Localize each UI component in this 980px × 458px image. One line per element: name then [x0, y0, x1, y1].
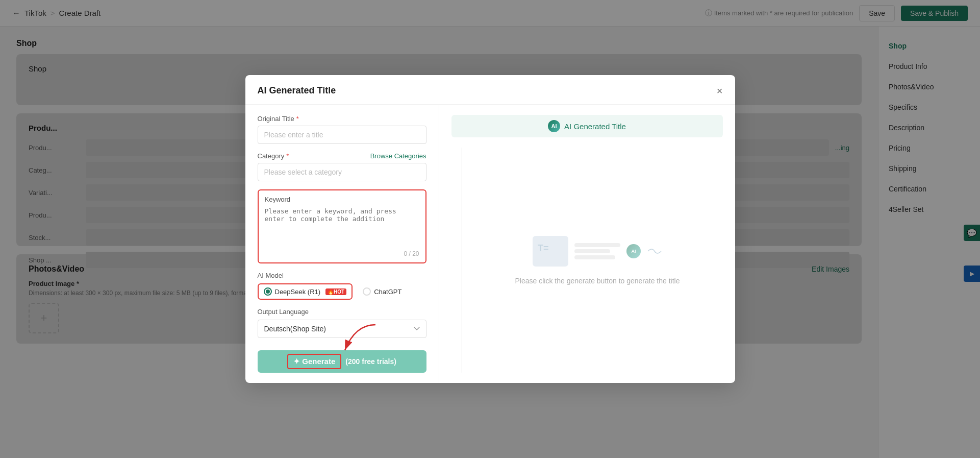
original-title-field: Original Title * [258, 115, 426, 144]
ai-model-section: AI Model DeepSeek (R1) 🔥HOT ChatGPT [258, 272, 426, 300]
chatgpt-radio[interactable] [363, 287, 371, 296]
ai-generated-title-modal: AI Generated Title × Original Title * [245, 75, 735, 383]
original-title-label: Original Title * [258, 115, 426, 123]
preview-illustration: T= AI [533, 236, 662, 267]
browse-categories-link[interactable]: Browse Categories [370, 152, 426, 160]
modal-overlay: AI Generated Title × Original Title * [0, 0, 980, 458]
vertical-divider [462, 148, 462, 373]
output-language-section: Output Language Deutsch(Shop Site) [258, 308, 426, 338]
svg-text:T=: T= [538, 243, 549, 253]
deepseek-label: DeepSeek (R1) [275, 288, 321, 296]
ai-icon: AI [548, 120, 560, 132]
modal-body: Original Title * Category * Browse Categ… [245, 105, 735, 383]
category-label: Category * Browse Categories [258, 152, 426, 160]
generate-label: ✦ Generate [293, 357, 335, 366]
generate-button[interactable]: ✦ Generate (200 free trials) [258, 350, 426, 373]
required-star: * [296, 115, 299, 123]
keyword-count: 0 / 20 [265, 250, 419, 257]
preview-line-3 [574, 255, 615, 259]
ai-model-options: DeepSeek (R1) 🔥HOT ChatGPT [258, 283, 426, 300]
output-language-select[interactable]: Deutsch(Shop Site) [258, 320, 426, 338]
chatgpt-label: ChatGPT [374, 288, 401, 296]
chatgpt-option[interactable]: ChatGPT [363, 287, 401, 296]
deepseek-radio[interactable] [264, 287, 272, 296]
modal-title: AI Generated Title [258, 85, 336, 96]
ai-title-header: AI AI Generated Title [451, 115, 723, 137]
modal-left-panel: Original Title * Category * Browse Categ… [245, 105, 439, 383]
preview-caption: Please click the generate button to gene… [515, 277, 680, 285]
wings-decoration [647, 246, 662, 256]
ai-model-label: AI Model [258, 272, 426, 279]
original-title-input[interactable] [258, 126, 426, 144]
preview-line-2 [574, 249, 610, 253]
generate-area: ✦ Generate (200 free trials) [258, 350, 426, 373]
preview-area: T= AI [472, 236, 723, 285]
category-input[interactable] [258, 163, 426, 181]
close-icon[interactable]: × [717, 86, 723, 96]
hot-badge: 🔥HOT [325, 288, 346, 295]
free-trials-label: (200 free trials) [345, 357, 396, 366]
keyword-label: Keyword [265, 196, 419, 203]
modal-right-panel: AI AI Generated Title T= [439, 105, 735, 383]
keyword-textarea[interactable] [265, 207, 419, 248]
generate-btn-inner: ✦ Generate [287, 354, 341, 369]
preview-line-1 [574, 243, 620, 247]
keyword-section: Keyword 0 / 20 [258, 189, 426, 263]
preview-ai-badge: AI [626, 244, 641, 258]
output-lang-label: Output Language [258, 308, 426, 316]
preview-text-icon: T= [533, 236, 568, 267]
modal-header: AI Generated Title × [245, 75, 735, 105]
ai-panel-title: AI Generated Title [564, 122, 626, 131]
category-required-star: * [286, 152, 289, 160]
preview-container: T= AI [451, 148, 723, 373]
category-field: Category * Browse Categories [258, 152, 426, 181]
preview-lines [574, 243, 620, 259]
deepseek-option[interactable]: DeepSeek (R1) 🔥HOT [258, 283, 353, 300]
